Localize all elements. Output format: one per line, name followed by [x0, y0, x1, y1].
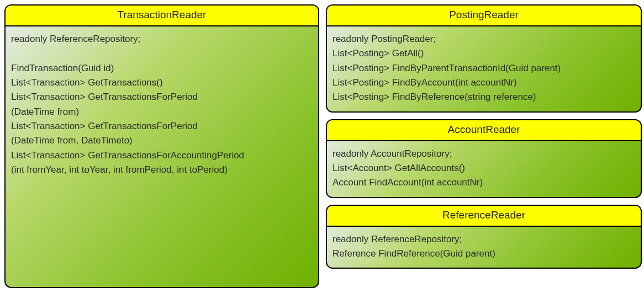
left-column: TransactionReader readonly ReferenceRepo… [4, 4, 319, 288]
right-column: PostingReader readonly PostingReader; Li… [326, 4, 642, 288]
diagram-canvas: TransactionReader readonly ReferenceRepo… [0, 0, 644, 288]
class-box-reference-reader: ReferenceReader readonly ReferenceReposi… [326, 205, 642, 269]
class-box-posting-reader: PostingReader readonly PostingReader; Li… [326, 4, 642, 113]
class-title-account-reader: AccountReader [327, 120, 641, 141]
class-body-reference-reader: readonly ReferenceRepository; Reference … [327, 227, 641, 268]
class-title-posting-reader: PostingReader [327, 6, 641, 26]
class-title-transaction-reader: TransactionReader [6, 6, 318, 26]
class-box-account-reader: AccountReader readonly AccountRepository… [326, 119, 642, 198]
class-body-posting-reader: readonly PostingReader; List<Posting> Ge… [327, 26, 641, 111]
class-title-reference-reader: ReferenceReader [327, 206, 641, 227]
class-box-transaction-reader: TransactionReader readonly ReferenceRepo… [4, 4, 319, 288]
class-body-transaction-reader: readonly ReferenceRepository; FindTransa… [6, 26, 318, 287]
class-body-account-reader: readonly AccountRepository; List<Account… [327, 141, 641, 197]
